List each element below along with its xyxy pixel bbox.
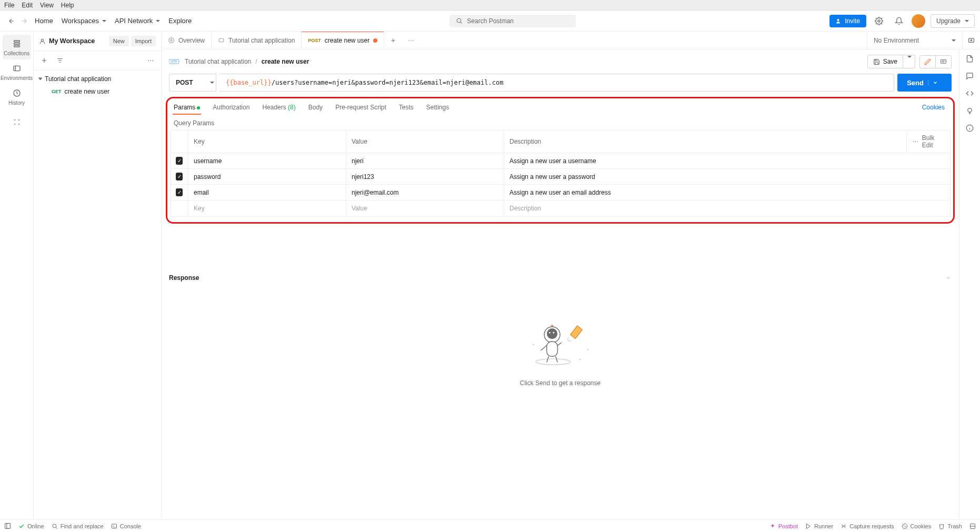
- tree-collection-label: Tutorial chat application: [45, 75, 111, 83]
- nav-api-network[interactable]: API Network: [111, 15, 164, 27]
- save-dropdown[interactable]: [903, 55, 915, 68]
- settings-button[interactable]: [872, 14, 886, 28]
- panel-icon: [4, 523, 11, 529]
- tree-collection[interactable]: Tutorial chat application: [34, 73, 161, 85]
- row-checkbox[interactable]: ✓: [176, 157, 183, 165]
- svg-rect-43: [5, 524, 11, 529]
- footer-find[interactable]: Find and replace: [52, 523, 104, 529]
- svg-point-15: [152, 60, 153, 61]
- nav-home[interactable]: Home: [31, 15, 57, 27]
- nav-explore[interactable]: Explore: [164, 15, 196, 27]
- bulk-edit-link[interactable]: Bulk Edit: [922, 134, 945, 149]
- history-icon: [12, 88, 22, 98]
- invite-button[interactable]: Invite: [829, 15, 866, 27]
- param-value-input[interactable]: njeri123: [346, 169, 504, 184]
- menu-help[interactable]: Help: [61, 2, 74, 9]
- svg-point-20: [411, 40, 412, 41]
- import-button[interactable]: Import: [131, 36, 156, 46]
- cookies-link[interactable]: Cookies: [922, 104, 948, 111]
- rightrail-info[interactable]: [966, 124, 974, 132]
- rail-history[interactable]: History: [3, 84, 31, 109]
- notifications-button[interactable]: [892, 14, 906, 28]
- param-value-input[interactable]: Value: [346, 200, 504, 216]
- svg-point-38: [579, 359, 581, 360]
- rightrail-comments[interactable]: [966, 72, 974, 80]
- tab-request[interactable]: POST create new user: [302, 32, 384, 49]
- environment-select[interactable]: No Environment: [867, 32, 962, 49]
- back-button[interactable]: [5, 15, 18, 27]
- rail-environments[interactable]: Environments: [3, 59, 31, 84]
- tab-collection[interactable]: Tutorial chat application: [212, 32, 302, 49]
- footer-panel-toggle[interactable]: [4, 523, 11, 529]
- row-checkbox[interactable]: ✓: [176, 173, 183, 180]
- req-tab-params[interactable]: Params: [173, 101, 201, 114]
- upgrade-button[interactable]: Upgrade: [931, 14, 975, 28]
- menu-edit[interactable]: Edit: [22, 2, 33, 9]
- avatar[interactable]: [912, 14, 925, 28]
- method-select[interactable]: POST: [169, 74, 216, 92]
- method-badge: GET: [52, 89, 62, 94]
- param-description-input[interactable]: Description: [504, 200, 950, 216]
- rightrail-docs[interactable]: [966, 55, 974, 63]
- param-key-input[interactable]: Key: [188, 200, 346, 216]
- tabs-more-button[interactable]: [402, 32, 420, 49]
- menu-file[interactable]: File: [4, 2, 14, 9]
- workspace-name[interactable]: My Workspace: [39, 37, 107, 45]
- share-button[interactable]: [920, 56, 936, 68]
- filter-button[interactable]: [54, 54, 66, 67]
- tab-overview-label: Overview: [178, 37, 205, 44]
- param-description-input[interactable]: Assign a new user a username: [504, 153, 950, 168]
- rightrail-related[interactable]: [966, 107, 974, 115]
- save-button[interactable]: Save: [867, 55, 903, 68]
- search-input[interactable]: Search Postman: [449, 15, 576, 27]
- req-tab-tests[interactable]: Tests: [398, 101, 415, 114]
- breadcrumb-collection[interactable]: Tutorial chat application: [185, 58, 251, 65]
- param-description-input[interactable]: Assign a new user a password: [504, 169, 950, 184]
- sidebar-more-button[interactable]: [144, 54, 157, 67]
- req-tab-prerequest[interactable]: Pre-request Script: [334, 101, 387, 114]
- table-row: ✓ email njeri@email.com Assign a new use…: [171, 185, 950, 200]
- send-dropdown[interactable]: [928, 80, 942, 85]
- svg-point-48: [843, 526, 844, 527]
- rail-configure[interactable]: [3, 113, 31, 130]
- tab-overview[interactable]: Overview: [162, 32, 212, 49]
- footer-trash[interactable]: Trash: [938, 523, 962, 529]
- footer-layout[interactable]: [969, 523, 976, 529]
- new-button[interactable]: New: [109, 36, 129, 46]
- req-tab-headers[interactable]: Headers (8): [261, 101, 296, 114]
- req-tab-settings[interactable]: Settings: [425, 101, 450, 114]
- footer-cookies[interactable]: Cookies: [902, 523, 932, 529]
- param-value-input[interactable]: njeri@email.com: [346, 185, 504, 200]
- send-button[interactable]: Send: [897, 74, 952, 92]
- footer-runner[interactable]: Runner: [805, 523, 833, 529]
- response-collapse-button[interactable]: [945, 275, 952, 281]
- more-horizontal-icon: [407, 37, 415, 44]
- footer-console[interactable]: Console: [111, 523, 141, 529]
- footer-postbot[interactable]: Postbot: [769, 523, 798, 529]
- url-input[interactable]: {{base_url}}/users?username=njeri&passwo…: [219, 74, 894, 92]
- forward-button[interactable]: [18, 15, 31, 27]
- add-button[interactable]: [38, 54, 51, 67]
- nav-workspaces[interactable]: Workspaces: [57, 15, 111, 27]
- footer-capture[interactable]: Capture requests: [841, 523, 894, 529]
- tree-request[interactable]: GET create new user: [34, 85, 161, 98]
- filter-input[interactable]: [69, 54, 141, 67]
- comment-button[interactable]: [936, 56, 951, 68]
- more-horizontal-icon[interactable]: [912, 138, 919, 145]
- rightrail-code[interactable]: [966, 89, 974, 97]
- req-tab-auth[interactable]: Authorization: [212, 101, 251, 114]
- environment-quicklook[interactable]: [962, 32, 980, 49]
- param-key-input[interactable]: username: [188, 153, 346, 168]
- rail-collections[interactable]: Collections: [3, 35, 31, 59]
- param-value-input[interactable]: njeri: [346, 153, 504, 168]
- footer-online[interactable]: Online: [18, 523, 44, 529]
- menu-view[interactable]: View: [40, 2, 54, 9]
- param-description-input[interactable]: Assign a new user an email address: [504, 185, 950, 200]
- param-key-input[interactable]: password: [188, 169, 346, 184]
- row-checkbox[interactable]: ✓: [176, 188, 183, 196]
- chevron-down-icon: [156, 20, 160, 22]
- req-tab-body[interactable]: Body: [307, 101, 324, 114]
- menubar: File Edit View Help: [0, 0, 980, 11]
- new-tab-button[interactable]: [384, 32, 402, 49]
- param-key-input[interactable]: email: [188, 185, 346, 200]
